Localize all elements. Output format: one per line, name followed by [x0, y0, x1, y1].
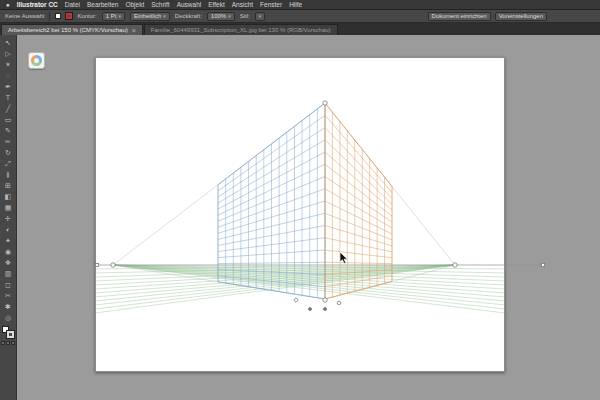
symbol-sprayer-tool-icon[interactable]: ❖ [1, 257, 16, 268]
mouse-cursor-icon [339, 251, 351, 265]
zoom-tool-icon[interactable]: ◎ [1, 312, 16, 323]
tab-document-active[interactable]: Arbeitsbereich2 bei 150 % (CMYK/Vorschau… [1, 24, 143, 35]
chevron-down-icon: ▾ [228, 13, 231, 19]
tab-document-inactive[interactable]: Familie_60449931_Subscription_XL.jpg bei… [144, 24, 338, 35]
hand-tool-icon[interactable]: ✱ [1, 301, 16, 312]
control-bar: Keine Auswahl Kontur: 1 Pt ▾ Einheitlich… [0, 10, 600, 23]
main-area: ↖▷✶◌✒T╱▭✎✏↻⤢≬⊞◧▦✛◐✦◉❖▥◻✂✱◎ [0, 35, 600, 400]
plane-switching-orb-icon[interactable] [31, 55, 42, 66]
close-icon[interactable]: × [132, 27, 136, 34]
tab-title: Familie_60449931_Subscription_XL.jpg bei… [151, 27, 331, 33]
menu-schrift[interactable]: Schrift [151, 1, 169, 8]
canvas-area[interactable] [17, 35, 600, 400]
draw-behind-button[interactable] [6, 341, 10, 345]
shape-builder-tool-icon[interactable]: ◧ [1, 191, 16, 202]
menu-bar: ● Illustrator CC DateiBearbeitenObjektSc… [0, 0, 600, 10]
line-segment-tool-icon[interactable]: ╱ [1, 103, 16, 114]
chevron-down-icon: ▾ [118, 13, 121, 19]
opacity-label: Deckkraft: [175, 13, 202, 19]
document-setup-button[interactable]: Dokument einrichten [428, 12, 491, 21]
menu-objekt[interactable]: Objekt [125, 1, 144, 8]
direct-selection-tool-icon[interactable]: ▷ [1, 48, 16, 59]
fill-swatch[interactable] [55, 13, 61, 19]
rectangle-tool-icon[interactable]: ▭ [1, 114, 16, 125]
plane-switching-widget[interactable] [28, 52, 45, 69]
app-title: Illustrator CC [17, 1, 58, 8]
slice-tool-icon[interactable]: ✂ [1, 290, 16, 301]
opacity-select[interactable]: 100% ▾ [207, 12, 235, 21]
tools-panel: ↖▷✶◌✒T╱▭✎✏↻⤢≬⊞◧▦✛◐✦◉❖▥◻✂✱◎ [0, 35, 17, 400]
menu-bearbeiten[interactable]: Bearbeiten [87, 1, 118, 8]
stroke-swatch[interactable] [66, 13, 72, 19]
selection-status-label: Keine Auswahl [5, 13, 44, 19]
style-select[interactable]: ▾ [255, 12, 266, 21]
free-transform-tool-icon[interactable]: ⊞ [1, 180, 16, 191]
control-bar-right: Dokument einrichten Voreinstellungen [428, 12, 547, 21]
draw-normal-button[interactable] [1, 341, 5, 345]
grid-handle-square[interactable] [541, 263, 544, 266]
stroke-weight-value: 1 Pt [106, 13, 117, 19]
pencil-tool-icon[interactable]: ✏ [1, 136, 16, 147]
stroke-label: Kontur: [77, 13, 96, 19]
rotate-tool-icon[interactable]: ↻ [1, 147, 16, 158]
pen-tool-icon[interactable]: ✒ [1, 81, 16, 92]
stroke-color-swatch[interactable] [7, 331, 14, 338]
chevron-down-icon: ▾ [163, 13, 166, 19]
eyedropper-tool-icon[interactable]: ✦ [1, 235, 16, 246]
apple-icon[interactable]: ● [6, 2, 10, 8]
divider [49, 12, 50, 21]
brush-select[interactable]: Einheitlich ▾ [130, 12, 170, 21]
preferences-button[interactable]: Voreinstellungen [495, 12, 547, 21]
scale-tool-icon[interactable]: ⤢ [1, 158, 16, 169]
artboard[interactable] [95, 57, 505, 372]
menu-auswahl[interactable]: Auswahl [177, 1, 202, 8]
menu-items: DateiBearbeitenObjektSchriftAuswahlEffek… [65, 1, 302, 8]
type-tool-icon[interactable]: T [1, 92, 16, 103]
selection-tool-icon[interactable]: ↖ [1, 37, 16, 48]
perspective-grid-tool-icon[interactable]: ▦ [1, 202, 16, 213]
menu-fenster[interactable]: Fenster [260, 1, 282, 8]
chevron-down-icon: ▾ [259, 13, 262, 19]
toolbar-color-swatches[interactable] [2, 326, 14, 338]
blend-tool-icon[interactable]: ◉ [1, 246, 16, 257]
document-tab-bar: Arbeitsbereich2 bei 150 % (CMYK/Vorschau… [0, 23, 600, 35]
artboard-tool-icon[interactable]: ◻ [1, 279, 16, 290]
menu-datei[interactable]: Datei [65, 1, 80, 8]
magic-wand-tool-icon[interactable]: ✶ [1, 59, 16, 70]
menu-hilfe[interactable]: Hilfe [289, 1, 302, 8]
menu-ansicht[interactable]: Ansicht [232, 1, 253, 8]
menu-effekt[interactable]: Effekt [208, 1, 225, 8]
graph-tool-icon[interactable]: ▥ [1, 268, 16, 279]
mesh-tool-icon[interactable]: ✛ [1, 213, 16, 224]
stroke-weight-select[interactable]: 1 Pt ▾ [102, 12, 125, 21]
opacity-value: 100% [211, 13, 226, 19]
draw-mode-buttons [1, 341, 15, 345]
paintbrush-tool-icon[interactable]: ✎ [1, 125, 16, 136]
brush-value: Einheitlich [134, 13, 161, 19]
lasso-tool-icon[interactable]: ◌ [1, 70, 16, 81]
gradient-tool-icon[interactable]: ◐ [1, 224, 16, 235]
draw-inside-button[interactable] [11, 341, 15, 345]
width-tool-icon[interactable]: ≬ [1, 169, 16, 180]
style-label: Stil: [240, 13, 250, 19]
tab-title: Arbeitsbereich2 bei 150 % (CMYK/Vorschau… [8, 27, 128, 33]
